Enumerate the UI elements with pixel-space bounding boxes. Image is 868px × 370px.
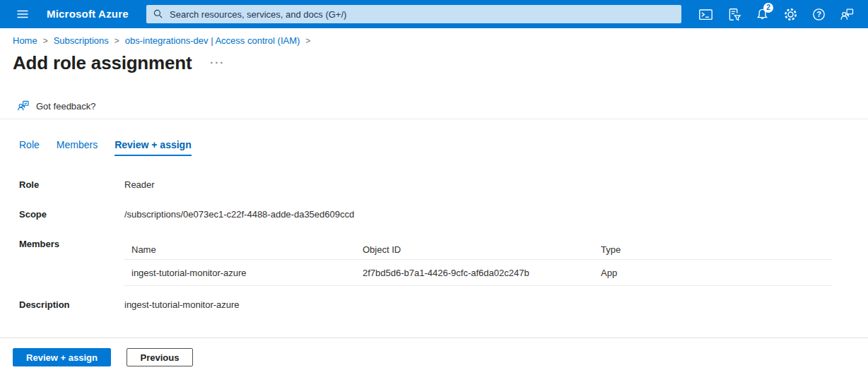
feedback-person-icon xyxy=(840,7,855,22)
header-type: Type xyxy=(601,244,833,255)
notifications-button[interactable]: 2 xyxy=(748,0,776,28)
header-name: Name xyxy=(124,244,363,255)
breadcrumb-subscriptions-link[interactable]: Subscriptions xyxy=(54,35,109,46)
help-button[interactable]: ? xyxy=(804,0,833,28)
breadcrumb-separator: > xyxy=(115,36,119,46)
role-label: Role xyxy=(19,179,39,190)
breadcrumb-separator: > xyxy=(305,36,310,46)
got-feedback-icon xyxy=(17,100,30,112)
topbar-icon-group: 2 ? xyxy=(691,0,861,28)
cloud-shell-button[interactable] xyxy=(691,0,720,28)
directory-filter-icon xyxy=(727,7,741,22)
settings-button[interactable] xyxy=(776,0,804,28)
breadcrumb: Home > Subscriptions > obs-integrations-… xyxy=(13,35,316,46)
brand-logo[interactable]: Microsoft Azure xyxy=(47,0,129,28)
feedback-divider xyxy=(0,119,868,119)
breadcrumb-separator: > xyxy=(43,36,48,46)
breadcrumb-iam-link[interactable]: obs-integrations-dev | Access control (I… xyxy=(125,35,300,46)
search-input[interactable] xyxy=(170,9,675,20)
page-title-row: Add role assignment ··· xyxy=(13,52,225,74)
got-feedback-button[interactable]: Got feedback? xyxy=(17,100,96,112)
cell-member-name: ingest-tutorial-monitor-azure xyxy=(124,268,363,278)
role-value: Reader xyxy=(124,179,155,190)
tab-members[interactable]: Members xyxy=(57,139,98,156)
members-label: Members xyxy=(19,239,59,249)
got-feedback-label: Got feedback? xyxy=(36,101,96,112)
scope-value: /subscriptions/0e073ec1-c22f-4488-adde-d… xyxy=(124,209,354,220)
members-table: Name Object ID Type ingest-tutorial-moni… xyxy=(124,240,833,286)
page-title-overflow-button[interactable]: ··· xyxy=(210,56,225,68)
table-row: ingest-tutorial-monitor-azure 2f7bd5d6-b… xyxy=(124,260,833,286)
cell-member-object-id: 2f7bd5d6-b7a1-4426-9cfc-af6da02c247b xyxy=(363,268,601,278)
global-search xyxy=(146,5,681,23)
azure-portal-window: Microsoft Azure xyxy=(0,0,868,370)
cloud-shell-icon xyxy=(698,7,713,22)
page-title: Add role assignment xyxy=(13,52,192,74)
gear-icon xyxy=(783,7,798,22)
top-bar: Microsoft Azure xyxy=(0,0,868,28)
description-value: ingest-tutorial-monitor-azure xyxy=(124,299,240,310)
feedback-button[interactable] xyxy=(833,0,861,28)
search-icon xyxy=(153,8,164,20)
hamburger-menu-icon[interactable] xyxy=(8,0,37,28)
header-object-id: Object ID xyxy=(363,244,601,255)
tab-role[interactable]: Role xyxy=(19,139,40,156)
review-assign-button[interactable]: Review + assign xyxy=(13,348,111,366)
breadcrumb-home-link[interactable]: Home xyxy=(13,35,37,46)
notification-badge: 2 xyxy=(763,3,773,13)
scope-label: Scope xyxy=(19,209,47,220)
previous-button[interactable]: Previous xyxy=(127,348,193,366)
help-icon: ? xyxy=(811,7,826,22)
cell-member-type: App xyxy=(601,268,833,278)
members-table-header: Name Object ID Type xyxy=(124,240,833,260)
feedback-row: Got feedback? xyxy=(17,100,96,112)
footer-divider xyxy=(0,338,868,338)
hamburger-glyph xyxy=(16,7,30,21)
tab-review-assign[interactable]: Review + assign xyxy=(115,139,192,156)
description-label: Description xyxy=(19,299,70,310)
svg-text:?: ? xyxy=(816,10,821,18)
tab-bar: Role Members Review + assign xyxy=(19,139,209,156)
directory-filter-button[interactable] xyxy=(720,0,748,28)
